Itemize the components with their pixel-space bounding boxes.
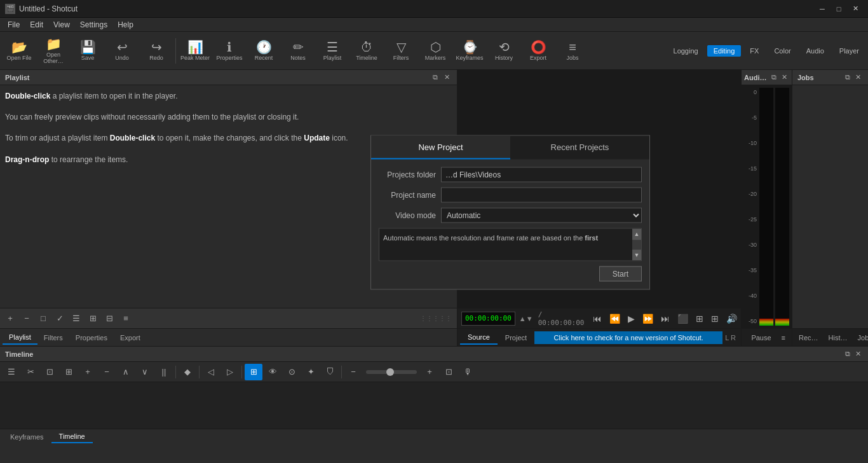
timeline-ripple2-button[interactable]: 👁 <box>264 364 281 380</box>
playlist-in-out-button[interactable]: □ <box>36 311 51 326</box>
timeline-zoom-in-button[interactable]: + <box>421 364 438 380</box>
timeline-float-button[interactable]: ⧉ <box>843 349 852 359</box>
timeline-prev-button[interactable]: ◁ <box>202 364 220 380</box>
tab-playlist[interactable]: Playlist <box>3 331 37 345</box>
playlist-options-button[interactable]: ≡ <box>118 311 133 326</box>
history-button[interactable]: ⟲ History <box>487 34 520 67</box>
playlist-remove-button[interactable]: − <box>19 311 34 326</box>
start-button[interactable]: Start <box>599 266 642 282</box>
timeline-marker-button[interactable]: ◆ <box>179 364 196 380</box>
minimize-button[interactable]: ─ <box>815 3 830 15</box>
jobs-button[interactable]: ≡ Jobs <box>556 34 589 67</box>
jobs-menu-button[interactable]: ≡ <box>778 333 789 343</box>
open-other-button[interactable]: 📁 Open Other… <box>37 34 70 67</box>
jobs-tab-button[interactable]: Jobs <box>854 333 868 343</box>
open-file-button[interactable]: 📂 Open File <box>3 34 36 67</box>
pause-button[interactable]: Pause <box>747 333 775 343</box>
timecode-current[interactable]: 00:00:00:00 <box>461 312 515 326</box>
projects-folder-input[interactable] <box>441 167 642 183</box>
timeline-menu-button[interactable]: ☰ <box>3 364 20 380</box>
timeline-close-button[interactable]: ✕ <box>853 349 863 359</box>
timeline-zoom-out-button[interactable]: − <box>344 364 362 380</box>
tab-filters[interactable]: Filters <box>37 331 69 344</box>
audio-meter-close[interactable]: ✕ <box>780 73 789 82</box>
recent-button[interactable]: 🕐 Recent <box>247 34 280 67</box>
tab-keyframes[interactable]: Keyframes <box>3 431 51 443</box>
player-skip-start-button[interactable]: ⏮ <box>590 312 604 325</box>
video-mode-select[interactable]: Automatic <box>441 208 642 223</box>
playlist-list-view-button[interactable]: ☰ <box>69 311 84 326</box>
timeline-ripple4-button[interactable]: ✦ <box>302 364 320 380</box>
export-button[interactable]: ⭕ Export <box>522 34 555 67</box>
timeline-ripple5-button[interactable]: ⛉ <box>321 364 339 380</box>
undo-button[interactable]: ↩ Undo <box>105 34 139 67</box>
audio-meter-float[interactable]: ⧉ <box>770 73 778 82</box>
timeline-ripple-button[interactable]: ⊡ <box>41 364 58 380</box>
player-skip-end-button[interactable]: ⏭ <box>658 312 672 325</box>
playlist-button[interactable]: ☰ Playlist <box>316 34 349 67</box>
player-play-button[interactable]: ▶ <box>625 312 637 325</box>
markers-button[interactable]: ⬡ Markers <box>419 34 452 67</box>
update-message[interactable]: Click here to check for a new version of… <box>534 331 722 344</box>
scroll-up-button[interactable]: ▲ <box>632 229 641 240</box>
timeline-paste-button[interactable]: ⊞ <box>60 364 78 380</box>
tab-export[interactable]: Export <box>114 331 147 344</box>
close-button[interactable]: ✕ <box>848 3 863 15</box>
recent-projects-tab[interactable]: Recent Projects <box>510 136 649 160</box>
timeline-snap-button[interactable]: ⊞ <box>245 364 262 380</box>
player-view-button[interactable]: Player <box>833 45 865 57</box>
audio-view-button[interactable]: Audio <box>800 45 831 57</box>
player-rewind-button[interactable]: ⏪ <box>607 312 623 325</box>
menu-settings[interactable]: Settings <box>75 19 112 31</box>
menu-edit[interactable]: Edit <box>25 19 48 31</box>
player-fastforward-button[interactable]: ⏩ <box>640 312 656 325</box>
properties-button[interactable]: ℹ Properties <box>213 34 246 67</box>
menu-help[interactable]: Help <box>112 19 139 31</box>
playlist-grid-view-button[interactable]: ⊞ <box>85 311 100 326</box>
timeline-overwrite-button[interactable]: ∨ <box>136 364 154 380</box>
tab-timeline[interactable]: Timeline <box>51 431 93 443</box>
timeline-next-button[interactable]: ▷ <box>221 364 239 380</box>
menu-view[interactable]: View <box>48 19 75 31</box>
timeline-mic-button[interactable]: 🎙 <box>459 364 477 380</box>
peak-meter-button[interactable]: 📊 Peak Meter <box>179 34 212 67</box>
player-grid-button[interactable]: ⊞ <box>709 312 721 325</box>
playlist-panel-close[interactable]: ✕ <box>442 73 452 82</box>
tab-source[interactable]: Source <box>460 331 498 345</box>
playlist-detailed-view-button[interactable]: ⊟ <box>102 311 117 326</box>
save-button[interactable]: 💾 Save <box>71 34 104 67</box>
redo-button[interactable]: ↪ Redo <box>140 34 173 67</box>
playlist-panel-float[interactable]: ⧉ <box>431 73 440 82</box>
editing-view-button[interactable]: Editing <box>707 45 742 57</box>
menu-file[interactable]: File <box>3 19 25 31</box>
scroll-down-button[interactable]: ▼ <box>632 249 641 261</box>
filters-button[interactable]: ▽ Filters <box>384 34 417 67</box>
rec-button[interactable]: Rec… <box>795 333 822 343</box>
maximize-button[interactable]: □ <box>831 3 846 15</box>
playlist-update-button[interactable]: ✓ <box>52 311 67 326</box>
fx-view-button[interactable]: FX <box>743 45 765 57</box>
keyframes-button[interactable]: ⌚ Keyframes <box>453 34 486 67</box>
timeline-cut-button[interactable]: ✂ <box>22 364 39 380</box>
timeline-ripple-delete-button[interactable]: − <box>98 364 116 380</box>
timeline-append-button[interactable]: + <box>79 364 97 380</box>
timeline-split-button[interactable]: || <box>155 364 173 380</box>
tab-properties[interactable]: Properties <box>69 331 114 344</box>
tab-project[interactable]: Project <box>498 331 534 344</box>
jobs-close-button[interactable]: ✕ <box>853 73 863 82</box>
project-name-input[interactable] <box>441 188 642 203</box>
jobs-float-button[interactable]: ⧉ <box>843 73 852 82</box>
new-project-tab[interactable]: New Project <box>371 136 510 160</box>
timeline-zoom-slider[interactable] <box>366 370 417 374</box>
color-view-button[interactable]: Color <box>768 45 797 57</box>
timeline-zoom-fit-button[interactable]: ⊡ <box>440 364 458 380</box>
hist-button[interactable]: Hist… <box>825 333 851 343</box>
player-stop-button[interactable]: ⬛ <box>675 312 691 325</box>
timeline-ripple3-button[interactable]: ⊙ <box>283 364 301 380</box>
logging-view-button[interactable]: Logging <box>667 45 705 57</box>
player-toggle-button[interactable]: ⊞ <box>693 312 706 325</box>
description-scrollbar[interactable]: ▲ ▼ <box>632 229 641 261</box>
timeline-button[interactable]: ⏱ Timeline <box>350 34 383 67</box>
notes-button[interactable]: ✏ Notes <box>281 34 315 67</box>
playlist-add-button[interactable]: + <box>3 311 18 326</box>
